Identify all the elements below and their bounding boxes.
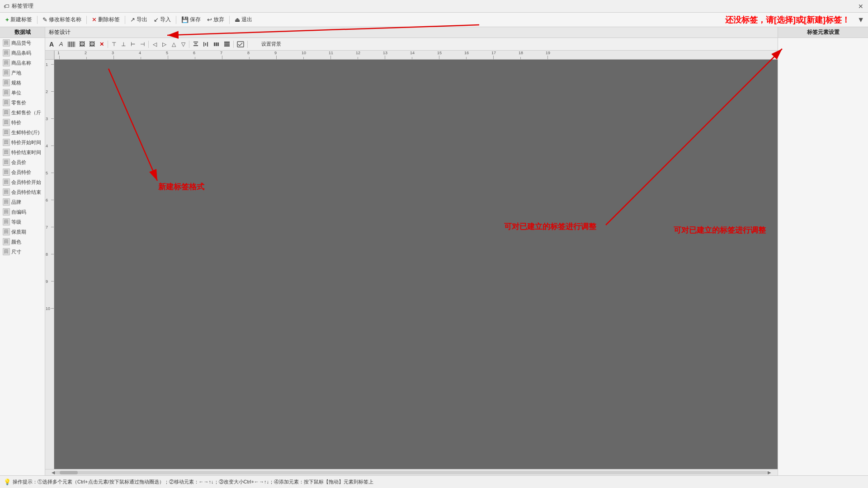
field-item[interactable]: 田特价开始时间: [0, 137, 45, 147]
exit-button[interactable]: ⏏ 退出: [232, 15, 255, 24]
field-icon: 田: [3, 39, 10, 47]
field-icon: 田: [3, 188, 10, 196]
right-panel-content: [778, 38, 868, 475]
delete-icon: ✕: [92, 16, 97, 23]
image-button1[interactable]: 🖼: [77, 39, 87, 49]
svg-rect-13: [214, 42, 215, 46]
app-icon: 🏷: [4, 3, 9, 9]
dsep5: [247, 41, 248, 48]
image-button2[interactable]: 🖼: [87, 39, 97, 49]
svg-rect-2: [70, 42, 71, 47]
field-item[interactable]: 田会员价: [0, 157, 45, 167]
delete-label-button[interactable]: ✕ 删除标签: [89, 15, 123, 24]
field-label: 会员特价结束: [11, 189, 41, 196]
sep2: [86, 16, 87, 24]
new-label-button[interactable]: + 新建标签: [3, 15, 35, 24]
field-item[interactable]: 田生鲜售价（斤: [0, 108, 45, 117]
field-icon: 田: [3, 159, 10, 166]
field-item[interactable]: 田特价结束时间: [0, 147, 45, 157]
import-button[interactable]: ↙ 导入: [151, 15, 174, 24]
field-item[interactable]: 田产地: [0, 68, 45, 78]
field-icon: 田: [3, 69, 10, 76]
move-up-button[interactable]: △: [169, 39, 178, 49]
svg-rect-10: [203, 42, 204, 47]
show-button[interactable]: [235, 39, 246, 49]
align-bottom-button[interactable]: ⊥: [119, 39, 128, 49]
canvas-main[interactable]: 新建标签格式: [54, 60, 778, 469]
discard-text: 放弃: [213, 16, 224, 23]
field-icon: 田: [3, 139, 10, 146]
field-item[interactable]: 田商品名称: [0, 58, 45, 68]
field-item[interactable]: 田特价: [0, 117, 45, 127]
move-down-button[interactable]: ▽: [179, 39, 188, 49]
field-item[interactable]: 田生鲜特价(斤): [0, 127, 45, 137]
export-button[interactable]: ↗ 导出: [127, 15, 150, 24]
field-item[interactable]: 田品牌: [0, 197, 45, 207]
status-bar: 💡 操作提示：①选择多个元素（Ctrl+点击元素/按下鼠标通过拖动圈选）；②移动…: [0, 475, 868, 488]
left-panel: 数据域 田商品货号田商品条码田商品名称田产地田规格田单位田零售价田生鲜售价（斤田…: [0, 27, 45, 475]
field-item[interactable]: 田单位: [0, 88, 45, 98]
align-top-button[interactable]: ⊤: [109, 39, 118, 49]
horizontal-scrollbar[interactable]: ◀ ▶: [45, 469, 778, 475]
halign-button[interactable]: [191, 39, 201, 49]
field-icon: 田: [3, 49, 10, 56]
field-item[interactable]: 田会员特价: [0, 167, 45, 177]
clear-background-button[interactable]: 设置背景: [259, 39, 284, 49]
field-item[interactable]: 田商品货号: [0, 38, 45, 48]
field-item[interactable]: 田等级: [0, 217, 45, 227]
close-button[interactable]: ✕: [857, 3, 864, 10]
text-italic-button[interactable]: A: [57, 39, 66, 49]
field-label: 特价: [11, 119, 21, 126]
spacing-button[interactable]: [212, 39, 222, 49]
field-item[interactable]: 田会员特价开始: [0, 177, 45, 187]
svg-line-21: [108, 69, 157, 181]
scroll-left-button[interactable]: ◀: [52, 470, 55, 475]
field-label: 保质期: [11, 229, 26, 235]
field-item[interactable]: 田零售价: [0, 98, 45, 108]
field-icon: 田: [3, 119, 10, 126]
field-item[interactable]: 田自编码: [0, 207, 45, 217]
field-item[interactable]: 田颜色: [0, 237, 45, 247]
field-label: 尺寸: [11, 249, 21, 255]
set-background-button[interactable]: [249, 39, 258, 49]
move-left-button[interactable]: ◁: [150, 39, 159, 49]
svg-rect-18: [224, 45, 230, 47]
status-icon: 💡: [4, 479, 11, 485]
title-bar-left: 🏷 标签管理: [4, 2, 33, 10]
field-item[interactable]: 田会员特价结束: [0, 187, 45, 197]
discard-icon: ↩: [207, 16, 212, 23]
svg-rect-1: [69, 42, 70, 47]
svg-rect-15: [217, 42, 219, 46]
toolbar-dropdown[interactable]: ▼: [857, 16, 864, 24]
left-panel-header: 数据域: [0, 27, 45, 38]
field-item[interactable]: 田尺寸: [0, 247, 45, 257]
svg-rect-0: [68, 42, 68, 47]
spacing2-button[interactable]: [222, 39, 232, 49]
delete-element-button[interactable]: ✕: [97, 39, 106, 49]
field-item[interactable]: 田保质期: [0, 227, 45, 237]
main-layout: 数据域 田商品货号田商品条码田商品名称田产地田规格田单位田零售价田生鲜售价（斤田…: [0, 27, 868, 475]
barcode-button[interactable]: [66, 39, 77, 49]
align-left-button[interactable]: ⊢: [128, 39, 137, 49]
field-label: 特价结束时间: [11, 149, 41, 156]
field-label: 商品名称: [11, 60, 31, 66]
new-label-text: 新建标签: [10, 16, 32, 23]
save-button[interactable]: 💾 保存: [179, 15, 203, 24]
rename-label-button[interactable]: ✎ 修改标签名称: [40, 15, 84, 24]
scroll-right-button[interactable]: ▶: [768, 470, 771, 475]
field-icon: 田: [3, 218, 10, 225]
field-icon: 田: [3, 149, 10, 156]
field-item[interactable]: 田规格: [0, 78, 45, 88]
field-label: 零售价: [11, 99, 26, 106]
exit-text: 退出: [241, 16, 252, 23]
scrollbar-track[interactable]: [55, 471, 768, 474]
move-right-button[interactable]: ▷: [160, 39, 169, 49]
text-button[interactable]: A: [47, 39, 56, 49]
field-item[interactable]: 田商品条码: [0, 48, 45, 58]
scrollbar-thumb[interactable]: [60, 471, 78, 474]
align-right-button[interactable]: ⊣: [138, 39, 147, 49]
field-label: 规格: [11, 80, 21, 86]
field-label: 单位: [11, 89, 21, 96]
discard-button[interactable]: ↩ 放弃: [204, 15, 227, 24]
valign-button[interactable]: [201, 39, 211, 49]
